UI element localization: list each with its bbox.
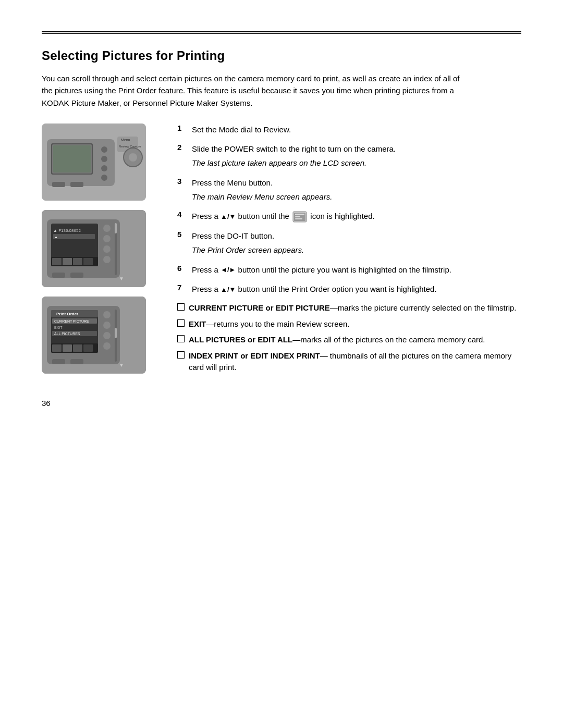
up-down-arrow-icon: ▲/▼	[221, 212, 236, 222]
camera-image-1: Menu Review Capture	[42, 124, 146, 201]
svg-rect-64	[295, 218, 302, 219]
index-print-label: INDEX PRINT or EDIT INDEX PRINT	[189, 351, 320, 360]
checkbox-all-pictures	[177, 335, 185, 342]
step-3-italic: The main Review Menu screen appears.	[192, 191, 521, 203]
svg-rect-63	[295, 216, 300, 217]
checkbox-item-all-pictures: ALL PICTURES or EDIT ALL—marks all of th…	[177, 334, 521, 346]
checkbox-current-picture	[177, 303, 185, 311]
checkbox-all-pictures-text: ALL PICTURES or EDIT ALL—marks all of th…	[189, 334, 485, 346]
svg-rect-50	[83, 344, 93, 352]
svg-rect-25	[73, 258, 82, 265]
top-rule-thin	[42, 33, 521, 34]
step-5-text: Press the DO-IT button.	[192, 231, 274, 240]
svg-rect-58	[70, 359, 83, 364]
checkbox-index-print	[177, 351, 185, 359]
intro-paragraph: You can scroll through and select certai…	[42, 72, 469, 109]
svg-point-7	[101, 165, 107, 171]
step-2: 2 Slide the POWER switch to the right to…	[177, 143, 521, 169]
step-2-content: Slide the POWER switch to the right to t…	[192, 143, 521, 169]
camera-image-2: ▲ F136:08652 ▲	[42, 210, 146, 287]
svg-text:Review Capture: Review Capture	[119, 145, 141, 148]
svg-point-29	[103, 245, 111, 253]
svg-text:EXIT: EXIT	[54, 326, 63, 329]
svg-rect-23	[52, 258, 62, 265]
svg-rect-4	[53, 145, 91, 172]
camera-images-column: Menu Review Capture ▲ F136:08652 ▲	[42, 124, 156, 374]
step-4: 4 Press a ▲/▼ button until the icon is h…	[177, 210, 521, 223]
exit-label: EXIT	[189, 319, 206, 328]
page-title: Selecting Pictures for Printing	[42, 48, 521, 63]
step-5-content: Press the DO-IT button. The Print Order …	[192, 230, 521, 256]
svg-rect-57	[52, 359, 65, 364]
checkbox-item-index-print: INDEX PRINT or EDIT INDEX PRINT— thumbna…	[177, 350, 521, 374]
svg-point-6	[101, 156, 107, 162]
all-pictures-label: ALL PICTURES or EDIT ALL	[189, 335, 292, 344]
step-3-number: 3	[177, 177, 187, 186]
checkbox-item-exit: EXIT—returns you to the main Review scre…	[177, 318, 521, 330]
svg-rect-32	[115, 223, 117, 233]
print-order-icon	[292, 211, 307, 223]
step-3: 3 Press the Menu button. The main Review…	[177, 177, 521, 203]
step-4-content: Press a ▲/▼ button until the icon is hig…	[192, 210, 521, 223]
content-area: Menu Review Capture ▲ F136:08652 ▲	[42, 124, 521, 374]
svg-text:ALL PICTURES: ALL PICTURES	[54, 332, 80, 336]
checkbox-current-picture-text: CURRENT PICTURE or EDIT PICTURE—marks th…	[189, 302, 516, 314]
step-5-italic: The Print Order screen appears.	[192, 244, 521, 256]
svg-point-27	[103, 225, 111, 232]
svg-point-8	[101, 175, 107, 181]
step-2-text: Slide the POWER switch to the right to t…	[192, 144, 396, 153]
checkbox-index-print-text: INDEX PRINT or EDIT INDEX PRINT— thumbna…	[189, 350, 521, 374]
steps-column: 1 Set the Mode dial to Review. 2 Slide t…	[177, 124, 521, 374]
step-1-content: Set the Mode dial to Review.	[192, 124, 521, 135]
svg-rect-62	[295, 214, 304, 215]
svg-rect-34	[70, 273, 83, 278]
step-7: 7 Press a ▲/▼ button until the Print Ord…	[177, 283, 521, 295]
checkbox-exit-text: EXIT—returns you to the main Review scre…	[189, 318, 349, 330]
step-3-content: Press the Menu button. The main Review M…	[192, 177, 521, 203]
svg-rect-20	[53, 234, 95, 239]
svg-rect-15	[70, 182, 83, 187]
top-rule-thick	[42, 31, 521, 32]
up-down-arrow-icon-2: ▲/▼	[221, 285, 236, 295]
step-5: 5 Press the DO-IT button. The Print Orde…	[177, 230, 521, 256]
left-right-arrow-icon: ◄/►	[221, 265, 236, 275]
step-6-text: Press a ◄/► button until the picture you…	[192, 265, 451, 274]
checkbox-exit	[177, 319, 185, 327]
step-3-text: Press the Menu button.	[192, 178, 273, 187]
svg-text:▼: ▼	[119, 276, 124, 281]
svg-text:Print Order: Print Order	[56, 312, 78, 316]
svg-rect-33	[52, 273, 65, 278]
step-7-text: Press a ▲/▼ button until the Print Order…	[192, 285, 437, 293]
svg-rect-48	[63, 344, 72, 352]
step-4-text: Press a ▲/▼ button until the icon is hig…	[192, 212, 375, 220]
svg-rect-56	[115, 328, 117, 338]
current-picture-label: CURRENT PICTURE or EDIT PICTURE	[189, 303, 330, 312]
svg-rect-49	[73, 344, 82, 352]
camera-image-3: Print Order CURRENT PICTURE EXIT ALL PIC…	[42, 297, 146, 374]
svg-rect-14	[52, 182, 65, 187]
svg-text:CURRENT PICTURE: CURRENT PICTURE	[54, 319, 89, 323]
step-2-number: 2	[177, 143, 187, 152]
svg-point-52	[103, 322, 111, 329]
step-1-number: 1	[177, 124, 187, 132]
svg-rect-24	[63, 258, 72, 265]
svg-point-53	[103, 332, 111, 339]
svg-point-30	[103, 256, 111, 263]
step-1: 1 Set the Mode dial to Review.	[177, 124, 521, 135]
step-4-number: 4	[177, 210, 187, 219]
step-6-number: 6	[177, 264, 187, 273]
svg-text:▲ F136:08652: ▲ F136:08652	[53, 228, 81, 233]
svg-point-54	[103, 342, 111, 350]
svg-rect-26	[83, 258, 93, 265]
step-2-italic: The last picture taken appears on the LC…	[192, 157, 521, 169]
svg-point-13	[129, 153, 137, 162]
svg-rect-47	[52, 344, 62, 352]
step-7-number: 7	[177, 283, 187, 292]
step-6: 6 Press a ◄/► button until the picture y…	[177, 264, 521, 276]
page-number: 36	[42, 399, 521, 408]
svg-text:▼: ▼	[119, 362, 124, 368]
svg-point-5	[101, 146, 107, 153]
svg-point-51	[103, 311, 111, 318]
svg-text:▲: ▲	[54, 235, 58, 239]
checkbox-item-current-picture: CURRENT PICTURE or EDIT PICTURE—marks th…	[177, 302, 521, 314]
